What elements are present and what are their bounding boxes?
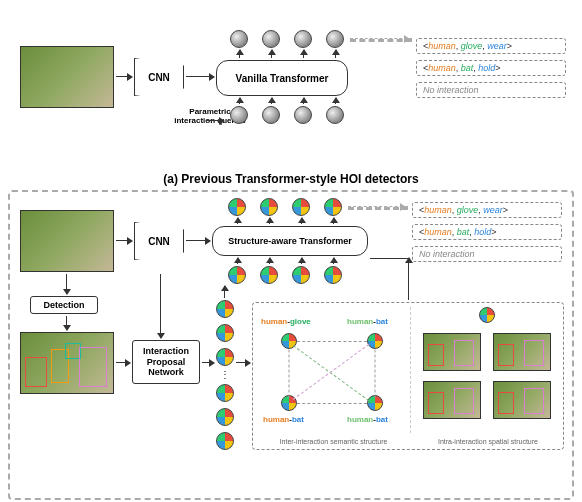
cnn-label-b: CNN	[148, 236, 170, 247]
spatial-structure: Intra-interaction spatial structure	[415, 307, 561, 433]
arrow-prop-in	[237, 258, 238, 264]
dashed-out-link	[350, 38, 412, 42]
cnn-block-b: CNN	[134, 222, 184, 260]
output-sphere	[262, 30, 280, 48]
query-sphere	[326, 106, 344, 124]
output-spheres-a	[230, 30, 344, 48]
outputs-b: <human, glove, wear> <human, bat, hold> …	[412, 202, 562, 262]
arrow-img-ipn	[116, 362, 130, 363]
semantic-caption: Inter-interaction semantic structure	[257, 438, 410, 445]
arrow-cnn-tr-b	[186, 240, 210, 241]
proposal-sphere	[216, 348, 234, 366]
arrow-prop-in	[301, 258, 302, 264]
arrow-q-in	[271, 98, 272, 104]
output-triplet: <human, glove, wear>	[416, 38, 566, 54]
semantic-edge	[297, 341, 367, 342]
arrow-img-cnn-b	[116, 240, 132, 241]
arrow-out	[303, 50, 304, 58]
proposal-sphere	[292, 266, 310, 284]
bbox-human	[25, 357, 47, 387]
caption-a: (a) Previous Transformer-style HOI detec…	[8, 172, 574, 186]
spatial-patch	[493, 381, 551, 419]
arrow-stack-struct	[236, 362, 250, 363]
output-none: No interaction	[416, 82, 566, 98]
detection-box: Detection	[30, 296, 98, 314]
section-a: CNN Vanilla Transformer Parametric inter…	[8, 8, 574, 168]
arrow-q-in	[303, 98, 304, 104]
output-none: No interaction	[412, 246, 562, 262]
arrow-prop-in	[269, 258, 270, 264]
arrow-q-in	[335, 98, 336, 104]
output-sphere	[292, 198, 310, 216]
transformer-label-a: Vanilla Transformer	[236, 73, 329, 84]
proposal-spheres-b	[228, 266, 342, 284]
proposal-sphere	[260, 266, 278, 284]
output-spheres-b	[228, 198, 342, 216]
arrow-img-detection	[66, 274, 67, 294]
transformer-box-b: Structure-aware Transformer	[212, 226, 368, 256]
semantic-edge	[293, 345, 370, 401]
output-sphere	[230, 30, 248, 48]
arrow-struct-tr-h	[370, 258, 408, 259]
arrow-out	[335, 50, 336, 58]
arrow-out	[271, 50, 272, 58]
arrow-img-cnn-a	[116, 76, 132, 77]
proposal-sphere	[216, 384, 234, 402]
cnn-trapezoid-a: CNN	[134, 58, 184, 96]
structure-panel: human-glove human-bat human-bat human-ba…	[252, 302, 564, 450]
query-sphere	[230, 106, 248, 124]
outputs-a: <human, glove, wear> <human, bat, hold> …	[416, 38, 566, 98]
spatial-patch	[423, 333, 481, 371]
output-triplet: <human, glove, wear>	[412, 202, 562, 218]
cnn-label-a: CNN	[148, 72, 170, 83]
ellipsis: ⋮	[216, 372, 234, 378]
output-sphere	[228, 198, 246, 216]
spatial-patch	[493, 333, 551, 371]
dashed-out-link-b	[348, 206, 408, 210]
arrow-out-b	[237, 218, 238, 224]
arrow-out	[239, 50, 240, 58]
cnn-trapezoid-b: CNN	[134, 222, 184, 260]
query-sphere	[262, 106, 280, 124]
proposal-sphere	[228, 266, 246, 284]
transformer-label-b: Structure-aware Transformer	[228, 236, 352, 246]
detected-image	[20, 332, 114, 394]
output-triplet: <human, bat, hold>	[416, 60, 566, 76]
figure-root: CNN Vanilla Transformer Parametric inter…	[0, 0, 582, 502]
input-image-b	[20, 210, 114, 272]
proposal-sphere	[216, 432, 234, 450]
arrow-prop-in	[333, 258, 334, 264]
arrow-cnn-tr-a	[186, 76, 214, 77]
output-sphere	[324, 198, 342, 216]
proposal-sphere	[324, 266, 342, 284]
output-sphere	[260, 198, 278, 216]
semantic-edge	[375, 350, 376, 398]
output-triplet: <human, bat, hold>	[412, 224, 562, 240]
query-spheres-a	[230, 106, 344, 124]
section-b: CNN Structure-aware Transformer	[8, 190, 574, 500]
bbox-human	[79, 347, 107, 387]
semantic-edge	[297, 403, 367, 404]
ipn-box: Interaction Proposal Network	[132, 340, 200, 384]
arrow-ipn-stack	[202, 362, 214, 363]
proposal-sphere	[216, 324, 234, 342]
semantic-edge	[289, 350, 290, 398]
semantic-node	[367, 333, 383, 349]
spatial-patch	[423, 381, 481, 419]
arrow-out-b	[333, 218, 334, 224]
arrow-img-ipn-top	[160, 274, 161, 338]
spatial-caption: Intra-interaction spatial structure	[415, 438, 561, 445]
proposal-sphere	[216, 408, 234, 426]
input-image-a	[20, 46, 114, 108]
arrow-out-b	[301, 218, 302, 224]
cnn-block-a: CNN	[134, 58, 184, 96]
arrow-detection-img	[66, 316, 67, 330]
semantic-structure: human-glove human-bat human-bat human-ba…	[257, 307, 411, 433]
transformer-box-a: Vanilla Transformer	[216, 60, 348, 96]
query-sphere	[294, 106, 312, 124]
arrow-struct-tr	[408, 258, 409, 300]
arrow-stack-tr	[224, 286, 225, 298]
arrow-out-b	[269, 218, 270, 224]
spatial-node	[479, 307, 495, 323]
arrow-q-in	[239, 98, 240, 104]
